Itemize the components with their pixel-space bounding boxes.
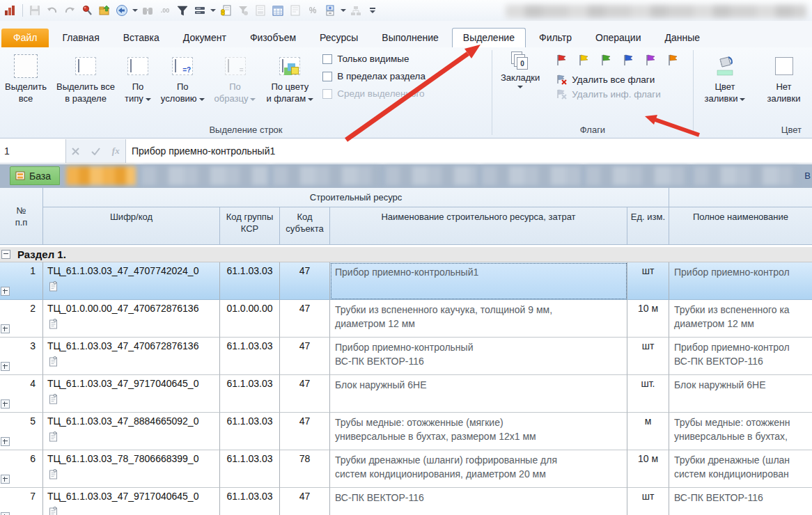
resource-name-cell[interactable]: Трубки из вспененного каучука, толщиной … <box>330 300 627 338</box>
tab-data[interactable]: Данные <box>655 29 711 47</box>
full-name-cell[interactable]: Трубы медные: отожженн универсальные в б… <box>669 413 812 450</box>
row-expander-icon[interactable] <box>1 362 10 371</box>
row-expander-icon[interactable] <box>1 399 10 409</box>
save-icon[interactable] <box>27 3 42 18</box>
ksr-group-cell[interactable]: 61.1.03.03 <box>220 488 280 515</box>
section-collapse-icon[interactable] <box>1 250 10 259</box>
among-selected-checkbox[interactable]: Среди выделенного <box>322 88 425 99</box>
resource-name-cell[interactable]: Трубы медные: отожженные (мягкие) универ… <box>330 413 627 450</box>
binoculars-icon[interactable] <box>140 3 155 18</box>
tab-filter[interactable]: Фильтр <box>529 29 582 47</box>
full-name-cell[interactable]: Трубки дренажные (шлан систем кондициони… <box>669 450 812 488</box>
ksr-group-cell[interactable]: 01.0.00.00 <box>220 300 280 338</box>
header-resource-name[interactable]: Наименование строительного ресурса, затр… <box>330 207 627 245</box>
redacted-sheet-tab[interactable] <box>483 166 580 185</box>
select-all-button[interactable]: Выделитьвсе <box>0 47 52 104</box>
ksr-group-cell[interactable]: 61.1.03.03 <box>220 450 280 488</box>
row-expander-icon[interactable] <box>1 437 10 446</box>
code-cell[interactable]: ТЦ_61.1.03.03_47_470672876136 <box>43 338 220 375</box>
row-expander-icon[interactable] <box>1 287 10 296</box>
attachment-icon[interactable] <box>49 319 58 329</box>
search-icon[interactable] <box>79 3 95 18</box>
subject-code-cell[interactable]: 47 <box>280 300 330 338</box>
subject-code-cell[interactable]: 47 <box>280 375 330 413</box>
ksr-group-cell[interactable]: 61.1.03.03 <box>220 262 280 300</box>
code-cell[interactable]: ТЦ_61.1.03.03_47_9717040645_0 <box>43 375 220 413</box>
bookmarks-button[interactable]: 0 Закладки <box>492 47 547 88</box>
row-number-cell[interactable]: 4 <box>0 375 43 413</box>
sheet-tab-base[interactable]: База <box>10 166 60 185</box>
row-list-icon[interactable] <box>192 3 208 18</box>
unit-cell[interactable]: шт. <box>627 375 669 413</box>
export-document-icon[interactable] <box>218 3 233 18</box>
header-code[interactable]: Шифр/код <box>43 207 220 245</box>
code-cell[interactable]: ТЦ_61.1.03.03_78_7806668399_0 <box>43 450 220 488</box>
tab-selection[interactable]: Выделение <box>452 28 526 47</box>
redacted-sheet-tab[interactable] <box>142 166 267 185</box>
back-dropdown-icon[interactable] <box>132 9 138 12</box>
tab-insert[interactable]: Вставка <box>113 29 170 47</box>
stepper-dropdown-icon[interactable] <box>341 9 346 12</box>
row-number-cell[interactable]: 1 <box>0 262 43 300</box>
flag-blue-icon[interactable] <box>623 54 634 66</box>
enter-icon[interactable] <box>91 148 100 155</box>
unit-cell[interactable]: м <box>627 413 669 450</box>
attachment-icon[interactable] <box>49 431 58 442</box>
resource-name-cell[interactable]: Трубки дренажные (шланги) гофрированные … <box>330 450 627 488</box>
header-construction-resource[interactable]: Строительный ресурс <box>43 188 669 207</box>
header-subject-code[interactable]: Код субъекта <box>280 207 330 245</box>
unit-cell[interactable]: 10 м <box>627 450 669 488</box>
tab-resources[interactable]: Ресурсы <box>309 29 368 47</box>
redo-icon[interactable] <box>62 3 77 18</box>
flag-orange-icon[interactable] <box>668 54 678 66</box>
tab-home[interactable]: Главная <box>52 29 109 47</box>
delete-all-flags-button[interactable]: Удалить все флаги <box>554 72 678 87</box>
row-number-cell[interactable]: 6 <box>0 450 43 488</box>
header-full-name-top[interactable] <box>669 188 812 207</box>
undo-icon[interactable] <box>45 3 60 18</box>
back-icon[interactable] <box>114 3 130 18</box>
subject-code-cell[interactable]: 47 <box>280 262 330 300</box>
report-icon[interactable] <box>253 3 268 18</box>
unit-cell[interactable]: шт <box>627 338 669 375</box>
ksr-group-cell[interactable]: 61.1.03.03 <box>220 338 280 375</box>
attachment-icon[interactable] <box>49 469 58 480</box>
full-name-cell[interactable]: Прибор приемно-контрол ВС-ПК ВЕКТОР-116 <box>669 338 812 375</box>
row-number-cell[interactable]: 5 <box>0 413 43 450</box>
row-expander-icon[interactable] <box>1 324 10 333</box>
unit-cell[interactable]: 10 м <box>627 300 669 338</box>
table-icon[interactable] <box>270 3 286 18</box>
select-by-condition-button[interactable]: =? Поусловию <box>156 47 210 104</box>
attachment-icon[interactable] <box>49 394 58 404</box>
tab-physvolume[interactable]: Физобъем <box>240 29 306 47</box>
attachment-icon[interactable] <box>49 507 58 515</box>
select-all-in-section-button[interactable]: Выделить всев разделе <box>52 47 120 104</box>
resource-name-cell[interactable]: Прибор приемно-контрольный1 <box>330 262 627 300</box>
merge-icon[interactable] <box>235 3 251 18</box>
tab-file[interactable]: Файл <box>1 29 49 47</box>
subject-code-cell[interactable]: 47 <box>280 488 330 515</box>
select-by-color-flags-button[interactable]: По цветуи флагам <box>261 47 318 104</box>
tab-execution[interactable]: Выполнение <box>371 29 448 47</box>
flag-yellow-icon[interactable] <box>579 54 589 66</box>
unit-cell[interactable]: шт <box>627 488 669 515</box>
percent-icon[interactable]: % <box>305 3 320 18</box>
header-unit[interactable]: Ед. изм. <box>627 207 669 245</box>
header-full-name[interactable]: Полное наименование <box>669 207 812 245</box>
code-cell[interactable]: ТЦ_61.1.03.03_47_8884665092_0 <box>43 413 220 450</box>
ksr-group-cell[interactable]: 61.1.03.03 <box>220 413 280 450</box>
within-section-checkbox[interactable]: В пределах раздела <box>322 71 425 81</box>
cancel-icon[interactable] <box>72 148 79 155</box>
row-expander-icon[interactable] <box>1 512 10 515</box>
no-fill-button[interactable]: Нетзаливки <box>763 47 806 104</box>
section-row[interactable]: Раздел 1. <box>0 247 812 262</box>
subject-code-cell[interactable]: 78 <box>280 450 330 488</box>
row-list-dropdown-icon[interactable] <box>210 9 216 12</box>
stepper-icon[interactable] <box>322 3 338 18</box>
redacted-sheet-tab[interactable] <box>66 166 136 185</box>
decimal-precision-icon[interactable]: .00 <box>157 3 173 18</box>
full-name-cell[interactable]: ВС-ПК ВЕКТОР-116 <box>669 488 812 515</box>
ksr-group-cell[interactable]: 61.1.03.03 <box>220 375 280 413</box>
row-number-cell[interactable]: 3 <box>0 338 43 375</box>
unit-cell[interactable]: шт <box>627 262 669 300</box>
